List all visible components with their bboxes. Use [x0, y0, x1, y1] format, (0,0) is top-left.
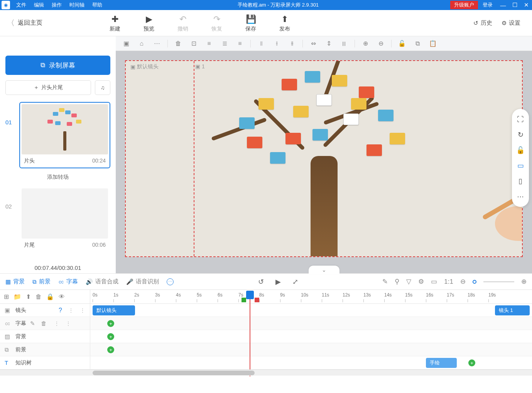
- replay-icon[interactable]: ↺: [258, 278, 264, 286]
- folder-icon[interactable]: 📁: [14, 293, 21, 300]
- login-button[interactable]: 登录: [478, 2, 497, 8]
- music-button[interactable]: ♫: [95, 80, 110, 95]
- scene-card[interactable]: 片尾 00:06: [19, 186, 110, 252]
- camera-icon[interactable]: ▣: [120, 38, 133, 49]
- menu-help[interactable]: 帮助: [88, 2, 106, 8]
- crop-icon[interactable]: ⊡: [187, 38, 200, 49]
- tab-more[interactable]: ⋯: [167, 278, 174, 285]
- horizontal-scrollbar[interactable]: [0, 369, 532, 376]
- ratio-icon[interactable]: 1:1: [444, 278, 453, 286]
- help-icon[interactable]: ?: [59, 307, 62, 314]
- new-button[interactable]: ✚ 新建: [103, 14, 127, 32]
- track-options-icon[interactable]: ⋮: [54, 320, 59, 327]
- play-icon[interactable]: ▶: [275, 278, 281, 286]
- fullscreen-icon[interactable]: ⛶: [512, 113, 529, 126]
- track-options-icon[interactable]: ⋮: [68, 307, 74, 313]
- spacing-icon[interactable]: ⫼: [338, 38, 351, 49]
- eye-icon[interactable]: 👁: [59, 293, 65, 300]
- block-default-camera[interactable]: 默认镜头: [93, 305, 135, 315]
- scene-item[interactable]: 02 片尾 00:06: [5, 186, 110, 252]
- fit-icon[interactable]: ▭: [431, 278, 437, 286]
- more-icon[interactable]: ⋯: [150, 38, 164, 49]
- menu-timeline[interactable]: 时间轴: [66, 2, 88, 8]
- back-home-button[interactable]: 〈 返回主页: [0, 18, 49, 28]
- align-top-icon[interactable]: ⫴: [255, 38, 268, 49]
- maximize-button[interactable]: ☐: [509, 2, 520, 8]
- lock-icon[interactable]: 🔓: [512, 144, 529, 157]
- delete-icon[interactable]: 🗑: [172, 38, 185, 49]
- menu-file[interactable]: 文件: [12, 2, 30, 8]
- desktop-view-icon[interactable]: ▭: [512, 159, 529, 172]
- add-transition-button[interactable]: 添加转场: [5, 171, 110, 184]
- lock-icon[interactable]: 🔒: [46, 293, 54, 300]
- history-button[interactable]: ↺ 历史: [473, 19, 492, 27]
- home-icon[interactable]: ⌂: [135, 38, 148, 49]
- minimize-button[interactable]: —: [497, 2, 509, 8]
- record-screen-button[interactable]: ⧉ 录制屏幕: [5, 56, 110, 75]
- align-middle-icon[interactable]: ⫲: [270, 38, 283, 49]
- track-menu-icon[interactable]: ⋮: [66, 320, 71, 327]
- tab-foreground[interactable]: ⧉ 前景: [32, 278, 51, 285]
- redo-button[interactable]: ↷ 恢复: [205, 14, 228, 32]
- copy-icon[interactable]: ⧉: [411, 38, 424, 49]
- delete-icon[interactable]: 🗑: [35, 293, 42, 300]
- close-button[interactable]: ✕: [520, 2, 532, 8]
- add-keyframe-button[interactable]: +: [107, 333, 114, 340]
- delete-icon[interactable]: 🗑: [41, 320, 48, 327]
- more-tools-icon[interactable]: ⋯: [512, 190, 529, 203]
- menu-edit[interactable]: 编辑: [30, 2, 48, 8]
- expand-handle[interactable]: ⌄: [309, 266, 339, 274]
- zoom-slider[interactable]: [473, 280, 476, 284]
- playhead[interactable]: [246, 291, 254, 299]
- align-right-icon[interactable]: ≡: [233, 38, 247, 49]
- scene-card[interactable]: 片头 00:24: [19, 102, 110, 168]
- canvas[interactable]: ▣ 默认镜头 ▣ 1: [125, 60, 523, 257]
- unlock-icon[interactable]: 🔓: [395, 38, 409, 49]
- track-menu-icon[interactable]: ⋮: [80, 307, 85, 313]
- add-keyframe-button[interactable]: +: [468, 359, 475, 366]
- distribute-h-icon[interactable]: ⇔: [307, 38, 320, 49]
- funnel-icon[interactable]: ▽: [406, 278, 411, 286]
- add-keyframe-button[interactable]: +: [107, 320, 114, 327]
- mobile-view-icon[interactable]: ▯: [512, 174, 529, 188]
- timeline-ruler[interactable]: 0s1s2s3s4s5s6s7s8s9s10s11s12s13s14s15s16…: [90, 290, 532, 303]
- edit-icon[interactable]: ✎: [30, 320, 37, 327]
- zoom-track[interactable]: [483, 281, 514, 282]
- upload-icon[interactable]: ⬆: [26, 293, 31, 300]
- menu-action[interactable]: 操作: [48, 2, 66, 8]
- track-subtitle: ㏄ 字幕 ✎ 🗑 ⋮ ⋮ +: [0, 317, 532, 330]
- marker-red[interactable]: [255, 298, 259, 302]
- tab-subtitle[interactable]: ㏄ 字幕: [58, 278, 78, 285]
- tab-tts[interactable]: 🔊 语音合成: [86, 278, 118, 285]
- add-track-icon[interactable]: ⊞: [4, 293, 9, 300]
- scrollbar-thumb[interactable]: [93, 371, 255, 375]
- preview-button[interactable]: ▶ 预览: [137, 14, 160, 32]
- edit-icon[interactable]: ✎: [382, 278, 388, 286]
- settings-button[interactable]: ⚙ 设置: [502, 19, 520, 27]
- tab-asr[interactable]: 🎤 语音识别: [126, 278, 159, 285]
- intro-outro-button[interactable]: ＋ 片头片尾: [5, 80, 91, 95]
- marker-green[interactable]: [242, 298, 246, 302]
- block-camera-1[interactable]: 镜头 1: [495, 305, 530, 315]
- filter-icon[interactable]: ⚲: [395, 278, 399, 286]
- align-center-icon[interactable]: ≣: [218, 38, 231, 49]
- block-handdraw[interactable]: 手绘: [426, 358, 457, 368]
- save-button[interactable]: 💾 保存: [239, 14, 262, 32]
- rotate-icon[interactable]: ↻: [512, 128, 529, 141]
- zoom-out-icon[interactable]: ⊖: [460, 278, 466, 286]
- zoom-in-icon[interactable]: ⊕: [359, 38, 372, 49]
- settings-icon[interactable]: ⚙: [418, 278, 424, 286]
- align-left-icon[interactable]: ≡: [203, 38, 216, 49]
- undo-button[interactable]: ↶ 撤销: [171, 14, 194, 32]
- add-keyframe-button[interactable]: +: [107, 346, 114, 353]
- zoom-out-icon[interactable]: ⊖: [374, 38, 387, 49]
- align-bottom-icon[interactable]: ⫵: [285, 38, 299, 49]
- upgrade-button[interactable]: 升级账户: [450, 1, 478, 9]
- expand-icon[interactable]: ⤢: [292, 278, 298, 286]
- publish-button[interactable]: ⬆ 发布: [273, 14, 296, 32]
- scene-item[interactable]: 01: [5, 102, 110, 168]
- tab-background[interactable]: ▦ 背景: [5, 278, 25, 285]
- paste-icon[interactable]: 📋: [426, 38, 439, 49]
- distribute-v-icon[interactable]: ⇕: [322, 38, 335, 49]
- zoom-in-icon[interactable]: ⊕: [521, 278, 527, 286]
